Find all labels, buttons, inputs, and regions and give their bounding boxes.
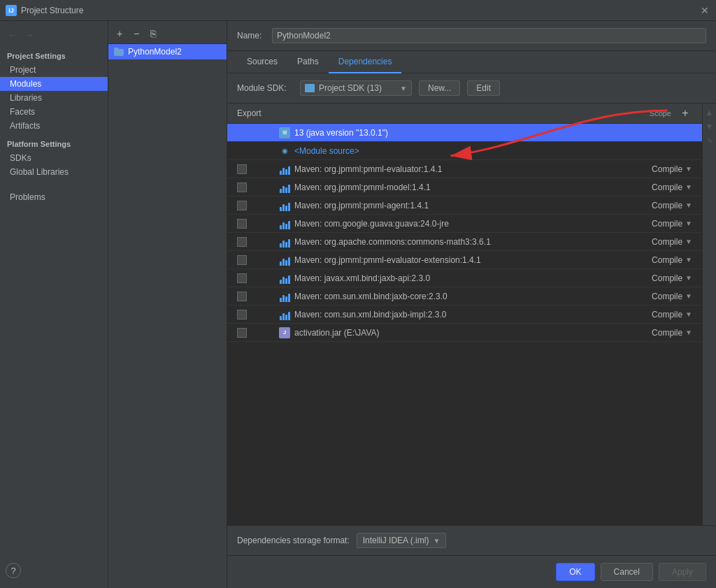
table-row[interactable]: ⊞ 13 (java version "13.0.1") [227, 124, 702, 142]
export-checkbox[interactable] [237, 164, 247, 174]
export-cell [237, 328, 279, 338]
scope-selector[interactable]: Compile▼ [636, 255, 692, 265]
export-cell [237, 219, 279, 229]
close-button[interactable]: ✕ [699, 5, 710, 16]
export-cell [237, 201, 279, 210]
tab-paths[interactable]: Paths [287, 51, 329, 73]
sidebar-item-facets[interactable]: Facets [0, 105, 108, 119]
scope-arrow-icon: ▼ [685, 292, 692, 300]
module-list-panel: + − ⎘ PythonModel2 [108, 21, 227, 588]
sidebar-bottom: ? [0, 557, 108, 584]
export-cell [237, 292, 279, 301]
export-checkbox[interactable] [237, 292, 247, 301]
deps-table-header: Export Scope + [227, 103, 716, 124]
project-settings-label: Project Settings [0, 48, 108, 63]
cancel-button[interactable]: Cancel [601, 563, 653, 581]
table-row[interactable]: Maven: org.jpmml:pmml-agent:1.4.1 Compil… [227, 196, 702, 215]
export-checkbox[interactable] [237, 255, 247, 265]
storage-dropdown[interactable]: IntelliJ IDEA (.iml) ▼ [357, 533, 447, 548]
scope-arrow-icon: ▼ [685, 220, 692, 227]
scope-selector[interactable]: Compile▼ [636, 201, 692, 210]
table-row[interactable]: Maven: javax.xml.bind:jaxb-api:2.3.0 Com… [227, 269, 702, 287]
sidebar-item-project[interactable]: Project [0, 63, 108, 77]
help-button[interactable]: ? [6, 563, 21, 578]
dep-name: Maven: com.sun.xml.bind:jaxb-impl:2.3.0 [294, 310, 636, 320]
maven-dep-icon [279, 273, 290, 284]
table-row[interactable]: Maven: org.jpmml:pmml-model:1.4.1 Compil… [227, 178, 702, 196]
scope-selector[interactable]: Compile▼ [636, 182, 692, 192]
scope-selector[interactable]: Compile▼ [636, 237, 692, 247]
table-row[interactable]: Maven: org.apache.commons:commons-math3:… [227, 233, 702, 251]
table-row[interactable]: J activation.jar (E:\JAVA) Compile▼ [227, 324, 702, 342]
ok-button[interactable]: OK [556, 563, 594, 581]
tab-dependencies[interactable]: Dependencies [329, 51, 402, 73]
bottom-row: OK Cancel Apply [227, 555, 716, 588]
remove-module-button[interactable]: − [129, 27, 143, 41]
module-toolbar: + − ⎘ [108, 24, 227, 44]
storage-value: IntelliJ IDEA (.iml) [363, 536, 429, 545]
apply-button[interactable]: Apply [659, 563, 706, 581]
scope-selector[interactable]: Compile▼ [636, 328, 692, 338]
sdk-dropdown[interactable]: Project SDK (13) ▼ [300, 80, 412, 96]
table-row[interactable]: Maven: com.sun.xml.bind:jaxb-impl:2.3.0 … [227, 306, 702, 324]
forward-button[interactable]: → [22, 28, 36, 42]
copy-module-button[interactable]: ⎘ [146, 27, 160, 41]
scope-selector[interactable]: Compile▼ [636, 219, 692, 229]
platform-settings-label: Platform Settings [0, 133, 108, 151]
nav-buttons: ← → [0, 25, 108, 48]
main-container: ← → Project Settings Project Modules Lib… [0, 21, 716, 588]
move-down-button[interactable]: ▼ [703, 120, 716, 133]
module-folder-icon [114, 48, 124, 56]
scope-selector[interactable]: Compile▼ [636, 164, 692, 174]
deps-list[interactable]: ⊞ 13 (java version "13.0.1") ◉ <Module s… [227, 124, 716, 525]
scope-arrow-icon: ▼ [685, 183, 692, 191]
add-module-button[interactable]: + [113, 27, 127, 41]
tab-sources[interactable]: Sources [237, 51, 287, 73]
name-input[interactable] [272, 28, 706, 43]
sidebar-item-artifacts[interactable]: Artifacts [0, 119, 108, 133]
name-row: Name: [227, 21, 716, 51]
table-row[interactable]: Maven: org.jpmml:pmml-evaluator-extensio… [227, 251, 702, 269]
edit-sdk-button[interactable]: Edit [467, 80, 500, 96]
sidebar-item-sdks[interactable]: SDKs [0, 151, 108, 165]
export-column-header: Export [237, 108, 279, 118]
scope-arrow-icon: ▼ [685, 165, 692, 173]
add-dependency-button[interactable]: + [678, 106, 692, 120]
name-label: Name: [237, 31, 265, 41]
title-bar-left: IJ Project Structure [6, 5, 83, 16]
export-cell [237, 182, 279, 192]
export-cell [237, 164, 279, 174]
maven-dep-icon [279, 236, 290, 248]
export-checkbox[interactable] [237, 310, 247, 320]
scope-column-header: Scope [613, 109, 675, 117]
export-checkbox[interactable] [237, 201, 247, 210]
sidebar-item-problems[interactable]: Problems [0, 190, 108, 204]
sdk-icon [305, 84, 315, 92]
move-up-button[interactable]: ▲ [703, 106, 716, 119]
new-sdk-button[interactable]: New... [419, 80, 460, 96]
dep-name: Maven: org.jpmml:pmml-agent:1.4.1 [294, 201, 636, 210]
export-checkbox[interactable] [237, 182, 247, 192]
table-row[interactable]: ◉ <Module source> [227, 142, 702, 160]
table-row[interactable]: Maven: com.sun.xml.bind:jaxb-core:2.3.0 … [227, 287, 702, 306]
jar-dep-icon: J [279, 327, 290, 338]
sdk-dropdown-arrow-icon: ▼ [400, 85, 407, 92]
table-row[interactable]: Maven: com.google.guava:guava:24.0-jre C… [227, 215, 702, 233]
back-button[interactable]: ← [6, 28, 20, 42]
sidebar-item-global-libraries[interactable]: Global Libraries [0, 165, 108, 179]
export-checkbox[interactable] [237, 219, 247, 229]
deps-actions-panel: ▲ ▼ ✎ [702, 103, 716, 525]
scope-selector[interactable]: Compile▼ [636, 273, 692, 283]
module-item-pythonmodel2[interactable]: PythonModel2 [108, 44, 227, 59]
edit-dep-button[interactable]: ✎ [703, 134, 716, 147]
maven-dep-icon [279, 218, 290, 229]
scope-selector[interactable]: Compile▼ [636, 292, 692, 301]
sidebar-item-libraries[interactable]: Libraries [0, 91, 108, 105]
export-checkbox[interactable] [237, 273, 247, 283]
export-checkbox[interactable] [237, 328, 247, 338]
scope-arrow-icon: ▼ [685, 274, 692, 282]
sidebar-item-modules[interactable]: Modules [0, 77, 108, 91]
scope-selector[interactable]: Compile▼ [636, 310, 692, 320]
table-row[interactable]: Maven: org.jpmml:pmml-evaluator:1.4.1 Co… [227, 160, 702, 178]
export-checkbox[interactable] [237, 237, 247, 247]
